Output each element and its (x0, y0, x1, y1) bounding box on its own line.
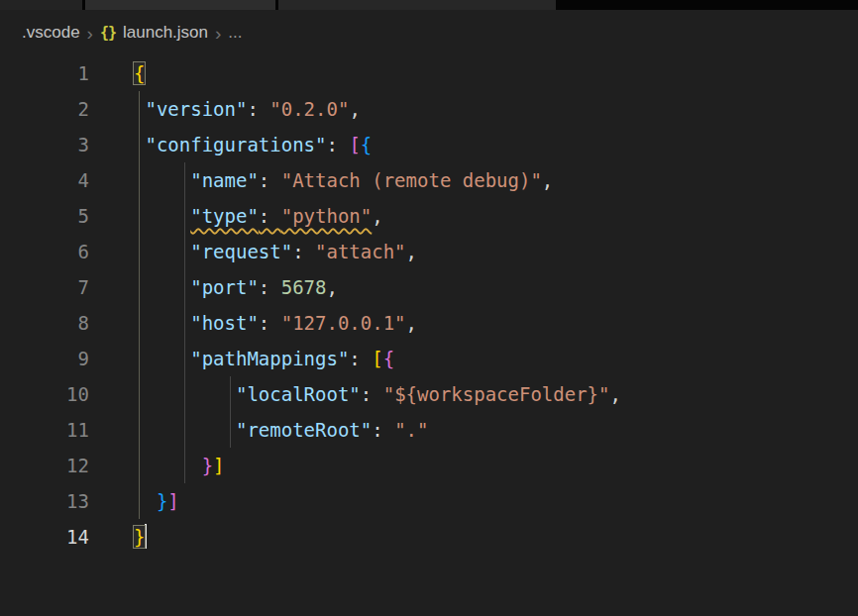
code-text[interactable]: "name": "Attach (remote debug)", (89, 162, 553, 198)
code-token: : (349, 348, 372, 369)
line-number[interactable]: 2 (0, 91, 89, 127)
line-number[interactable]: 6 (0, 234, 89, 269)
code-token: 5678 (281, 276, 327, 298)
line-number[interactable]: 5 (0, 198, 89, 234)
code-token (134, 205, 190, 227)
code-token: "configurations" (145, 134, 326, 155)
line-number[interactable]: 7 (0, 269, 89, 305)
code-token: , (406, 241, 417, 262)
code-token (134, 276, 190, 298)
code-token: "type" (190, 205, 259, 227)
breadcrumb: .vscode › {} launch.json › ... (0, 10, 858, 55)
code-token: : (259, 205, 281, 227)
code-token: "127.0.0.1" (281, 312, 406, 334)
code-token: , (609, 383, 620, 405)
code-line: 2 "version": "0.2.0", (0, 91, 858, 127)
line-number[interactable]: 11 (0, 412, 89, 448)
tab-remnant[interactable] (0, 0, 82, 10)
code-token: : (326, 134, 349, 155)
code-token: ] (213, 455, 224, 476)
code-text[interactable]: "pathMappings": [{ (89, 341, 394, 376)
code-text[interactable]: "configurations": [{ (89, 127, 372, 162)
code-token: "name" (190, 169, 259, 191)
code-token: , (372, 205, 382, 227)
breadcrumb-symbols-ellipsis[interactable]: ... (228, 23, 242, 43)
vscode-editor-window: .vscode › {} launch.json › ... 1{2 "vers… (0, 0, 858, 616)
breadcrumb-file[interactable]: launch.json (123, 23, 208, 43)
code-token: : (259, 276, 281, 298)
line-number[interactable]: 9 (0, 341, 89, 376)
code-token: } (157, 490, 167, 512)
code-text[interactable]: }] (89, 483, 179, 519)
code-token: "port" (190, 276, 259, 298)
code-token: [ (372, 348, 382, 369)
code-token: "version" (145, 98, 247, 120)
code-token (134, 455, 202, 476)
code-line: 8 "host": "127.0.0.1", (0, 305, 858, 341)
code-line: 7 "port": 5678, (0, 269, 858, 305)
code-token: , (349, 98, 360, 120)
code-line: 14} (0, 519, 858, 555)
code-token: { (361, 134, 372, 155)
code-token: : (247, 98, 269, 120)
code-text[interactable]: "port": 5678, (89, 269, 338, 305)
code-token: : (292, 241, 315, 262)
code-token (134, 312, 190, 334)
code-token: [ (349, 134, 360, 155)
tab-remnant[interactable] (85, 0, 275, 10)
code-editor: 1{2 "version": "0.2.0",3 "configurations… (0, 55, 858, 555)
code-token: "host" (190, 312, 259, 334)
code-token: "Attach (remote debug)" (281, 169, 542, 191)
code-token: "remoteRoot" (236, 419, 372, 441)
code-text[interactable]: { (89, 55, 145, 91)
code-line: 11 "remoteRoot": "." (0, 412, 858, 448)
code-token: , (327, 276, 338, 298)
code-token: , (406, 312, 417, 334)
code-text[interactable]: "localRoot": "${workspaceFolder}", (89, 376, 621, 412)
code-text[interactable]: "version": "0.2.0", (89, 91, 361, 127)
code-token: : (361, 383, 383, 405)
code-token: "attach" (315, 241, 406, 262)
json-file-icon: {} (100, 24, 116, 42)
code-token: } (134, 526, 145, 548)
line-number[interactable]: 13 (0, 483, 89, 519)
tab-remnant[interactable] (278, 0, 556, 10)
code-line: 3 "configurations": [{ (0, 127, 858, 162)
code-token: "python" (281, 205, 373, 227)
code-token: "${workspaceFolder}" (383, 383, 610, 405)
indent-guide (184, 162, 185, 483)
line-number[interactable]: 1 (0, 55, 89, 91)
code-line: 12 }] (0, 448, 858, 483)
code-token: , (542, 169, 553, 191)
line-number[interactable]: 10 (0, 376, 89, 412)
code-token (134, 169, 190, 191)
code-token: ] (167, 490, 178, 512)
code-text[interactable]: "remoteRoot": "." (89, 412, 428, 448)
chevron-right-icon: › (87, 24, 93, 43)
breadcrumb-folder[interactable]: .vscode (22, 23, 80, 43)
code-text[interactable]: } (89, 519, 147, 555)
code-token: } (202, 455, 213, 476)
indent-guide (230, 376, 231, 448)
indent-guide (139, 91, 140, 519)
line-number[interactable]: 12 (0, 448, 89, 483)
code-line: 10 "localRoot": "${workspaceFolder}", (0, 376, 858, 412)
code-token: "0.2.0" (269, 98, 349, 120)
code-token (134, 490, 157, 512)
code-token (134, 348, 190, 369)
code-line: 6 "request": "attach", (0, 234, 858, 269)
line-number[interactable]: 8 (0, 305, 89, 341)
code-text[interactable]: "type": "python", (89, 198, 383, 234)
code-token: { (134, 62, 145, 84)
code-token: "request" (190, 241, 292, 262)
text-cursor (145, 524, 147, 549)
line-number[interactable]: 3 (0, 127, 89, 162)
code-token (134, 241, 190, 262)
code-line: 9 "pathMappings": [{ (0, 341, 858, 376)
code-line: 4 "name": "Attach (remote debug)", (0, 162, 858, 198)
line-number[interactable]: 14 (0, 519, 89, 555)
line-number[interactable]: 4 (0, 162, 89, 198)
code-token: : (372, 419, 394, 441)
tab-bar-strip (0, 0, 858, 10)
code-text[interactable]: }] (89, 448, 225, 483)
